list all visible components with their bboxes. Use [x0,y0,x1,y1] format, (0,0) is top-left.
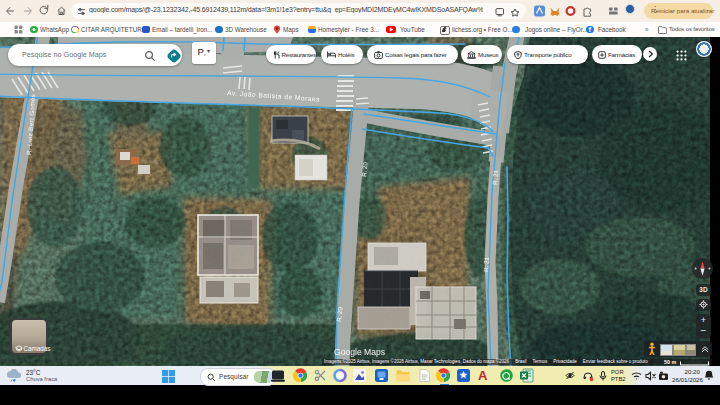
svg-text:R. 21: R. 21 [482,256,490,272]
svg-text:A: A [478,368,488,383]
svg-text:Google Maps: Google Maps [334,347,385,357]
svg-text:R. 21: R. 21 [491,169,499,185]
